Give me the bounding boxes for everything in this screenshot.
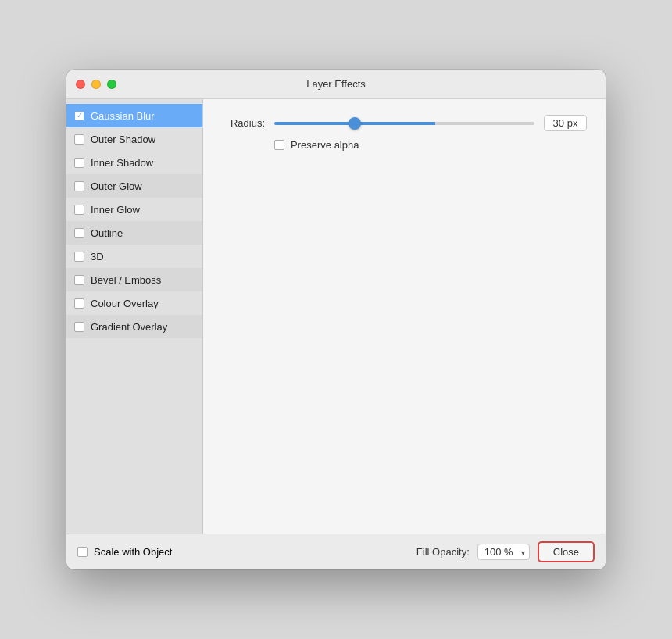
radius-row: Radius: 30 px <box>222 115 587 131</box>
main-content: Radius: 30 px Preserve alpha <box>203 99 606 534</box>
gaussian-blur-label: Gaussian Blur <box>91 110 155 122</box>
preserve-alpha-label: Preserve alpha <box>291 139 359 151</box>
sidebar-item-gradient-overlay[interactable]: Gradient Overlay <box>66 315 202 338</box>
gaussian-blur-checkbox[interactable] <box>74 111 84 121</box>
window-controls <box>76 80 116 89</box>
fill-opacity-select[interactable]: 100 % 75 % 50 % 25 % 0 % <box>477 544 530 560</box>
sidebar-item-bevel-emboss[interactable]: Bevel / Emboss <box>66 268 202 291</box>
close-button[interactable]: Close <box>538 541 595 562</box>
outer-shadow-checkbox[interactable] <box>74 134 84 145</box>
fill-opacity-label: Fill Opacity: <box>416 546 470 558</box>
gradient-overlay-label: Gradient Overlay <box>91 321 167 333</box>
colour-overlay-checkbox[interactable] <box>74 298 84 309</box>
radius-value[interactable]: 30 px <box>544 115 587 131</box>
bevel-emboss-checkbox[interactable] <box>74 275 84 285</box>
sidebar-item-3d[interactable]: 3D <box>66 245 202 268</box>
footer: Scale with Object Fill Opacity: 100 % 75… <box>66 534 606 569</box>
minimize-control-btn[interactable] <box>91 80 101 89</box>
fill-opacity-select-wrapper: 100 % 75 % 50 % 25 % 0 % <box>477 544 530 560</box>
maximize-control-btn[interactable] <box>107 80 116 89</box>
scale-row: Scale with Object <box>77 546 172 558</box>
outline-checkbox[interactable] <box>74 228 84 238</box>
outline-label: Outline <box>91 227 123 239</box>
sidebar-item-inner-glow[interactable]: Inner Glow <box>66 198 202 221</box>
close-control-btn[interactable] <box>76 80 85 89</box>
3d-label: 3D <box>91 251 104 262</box>
radius-slider[interactable] <box>274 122 534 125</box>
footer-right: Fill Opacity: 100 % 75 % 50 % 25 % 0 % C… <box>416 541 595 562</box>
inner-shadow-checkbox[interactable] <box>74 158 84 168</box>
sidebar-item-outline[interactable]: Outline <box>66 221 202 245</box>
inner-shadow-label: Inner Shadow <box>91 157 153 169</box>
gradient-overlay-checkbox[interactable] <box>74 322 84 332</box>
sidebar-item-gaussian-blur[interactable]: Gaussian Blur <box>66 104 202 127</box>
sidebar-item-inner-shadow[interactable]: Inner Shadow <box>66 151 202 174</box>
preserve-alpha-row: Preserve alpha <box>274 139 587 151</box>
scale-with-object-label: Scale with Object <box>94 546 172 558</box>
outer-glow-label: Outer Glow <box>91 180 142 192</box>
titlebar: Layer Effects <box>66 70 606 99</box>
sidebar-item-outer-glow[interactable]: Outer Glow <box>66 174 202 198</box>
radius-slider-container <box>274 116 534 130</box>
inner-glow-label: Inner Glow <box>91 204 140 216</box>
bevel-emboss-label: Bevel / Emboss <box>91 274 161 286</box>
sidebar-item-outer-shadow[interactable]: Outer Shadow <box>66 127 202 151</box>
window-body: Gaussian Blur Outer Shadow Inner Shadow … <box>66 99 606 534</box>
outer-shadow-label: Outer Shadow <box>91 134 155 145</box>
sidebar: Gaussian Blur Outer Shadow Inner Shadow … <box>66 99 203 534</box>
radius-label: Radius: <box>222 117 265 129</box>
3d-checkbox[interactable] <box>74 252 84 262</box>
preserve-alpha-checkbox[interactable] <box>274 140 284 150</box>
outer-glow-checkbox[interactable] <box>74 181 84 191</box>
inner-glow-checkbox[interactable] <box>74 205 84 215</box>
colour-overlay-label: Colour Overlay <box>91 298 159 309</box>
layer-effects-window: Layer Effects Gaussian Blur Outer Shadow… <box>66 70 606 569</box>
sidebar-item-colour-overlay[interactable]: Colour Overlay <box>66 291 202 315</box>
window-title: Layer Effects <box>306 78 366 90</box>
scale-with-object-checkbox[interactable] <box>77 547 88 557</box>
